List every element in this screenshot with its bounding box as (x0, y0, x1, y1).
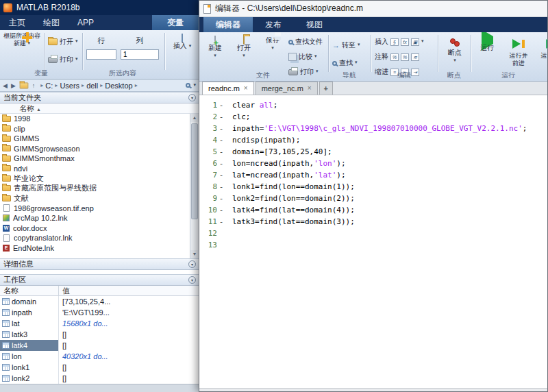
compare-button[interactable]: 比较 (288, 52, 317, 62)
workspace-variable-row[interactable]: latk4[] (0, 340, 199, 351)
code-line[interactable]: 4-ncdisp(inpath); (199, 134, 547, 146)
dropdown-arrow-icon[interactable] (193, 82, 196, 88)
breakpoints-button[interactable]: 断点 (440, 36, 469, 64)
file-item[interactable]: 1986growseason.tif.enp (0, 204, 190, 214)
variable-name-cell[interactable]: inpath (0, 307, 59, 318)
variable-name-cell[interactable]: lat (0, 318, 59, 329)
panel-menu-button[interactable] (188, 94, 196, 101)
matlab-titlebar[interactable]: MATLAB R2018b (0, 0, 199, 15)
tab-view[interactable]: 视图 (294, 17, 335, 32)
file-item[interactable]: EEndNote.lnk (0, 243, 190, 254)
save-button[interactable]: 保存 (260, 36, 286, 51)
file-list-scrollbar[interactable]: ▲ ▼ (190, 114, 199, 258)
variable-name-cell[interactable]: lon (0, 351, 59, 362)
breadcrumb-segment[interactable]: Users (60, 82, 79, 90)
col-input[interactable] (121, 49, 159, 60)
code-line[interactable]: 10-latk4=find(lat==domain(4)); (199, 204, 547, 216)
up-one-level-icon[interactable]: ↑ (32, 82, 36, 89)
scrollbar-thumb[interactable] (191, 123, 198, 219)
tab-variable[interactable]: 变量 (152, 15, 199, 30)
folder-item[interactable]: 文献 (0, 193, 190, 204)
code-line[interactable]: 11-latk3=find(lat==domain(3)); (199, 216, 547, 228)
code-line[interactable]: 2-clc; (199, 111, 547, 123)
file-item[interactable]: Wcolor.docx (0, 223, 190, 234)
folder-item[interactable]: 1998 (0, 114, 190, 124)
workspace-variable-row[interactable]: lonk2[] (0, 373, 199, 384)
scroll-down-icon[interactable]: ▼ (190, 250, 199, 258)
variable-name-cell[interactable]: lonk1 (0, 362, 59, 373)
print-variable-button[interactable]: 打印 (48, 55, 78, 64)
code-line[interactable]: 9-lonk2=find(lon==domain(2)); (199, 193, 547, 204)
insert-function-icon[interactable]: fx (401, 38, 409, 46)
open-file-button[interactable]: 打开 (231, 36, 257, 59)
workspace-variable-row[interactable]: latk3[] (0, 329, 199, 340)
file-item[interactable]: copytranslator.lnk (0, 233, 190, 243)
run-button[interactable]: 运行 (473, 36, 501, 51)
name-column-header[interactable]: 名称 (0, 103, 199, 114)
comment-controls[interactable]: 注释 % % ≋ (375, 52, 419, 62)
folder-item[interactable]: ndvi (0, 164, 190, 174)
new-script-button[interactable]: 新建 (202, 36, 228, 59)
folder-item[interactable]: GIMMSmonthmax (0, 154, 190, 164)
file-item[interactable]: ArcMap 10.2.lnk (0, 213, 190, 223)
row-input[interactable] (86, 49, 116, 60)
editor-titlebar[interactable]: 编辑器 - C:\Users\dell\Desktop\readnc.m (199, 1, 547, 17)
folder-item[interactable]: GIMMSgrowseason (0, 144, 190, 154)
file-tab-readnc[interactable]: readnc.m (202, 82, 254, 95)
insert-section-icon[interactable]: § (390, 38, 399, 46)
forward-icon[interactable]: ▶ (11, 82, 16, 89)
close-tab-icon[interactable] (308, 85, 312, 92)
wrap-comment-icon[interactable]: ≋ (411, 53, 419, 61)
breadcrumb-segment[interactable]: dell (86, 82, 98, 90)
workspace-value-column[interactable]: 值 (59, 286, 199, 295)
code-line[interactable]: 3-inpath='E:\VGT\1998\c_gls_NDVI_1998070… (199, 123, 547, 134)
panel-menu-button[interactable] (188, 276, 196, 284)
workspace-variable-row[interactable]: lat15680x1 do... (0, 318, 199, 329)
new-file-tab-button[interactable]: + (319, 82, 333, 95)
scroll-up-icon[interactable]: ▲ (190, 114, 199, 122)
code-line[interactable]: 6-lon=ncread(inpath,'lon'); (199, 158, 547, 169)
find-files-button[interactable]: 查找文件 (288, 37, 323, 47)
tab-publish[interactable]: 发布 (253, 17, 294, 32)
tab-apps[interactable]: APP (68, 15, 103, 30)
code-line[interactable]: 13 (199, 239, 547, 251)
comment-icon[interactable]: % (390, 53, 399, 61)
browse-folder-icon[interactable] (20, 82, 29, 88)
code-line[interactable]: 7-lat=ncread(inpath,'lat'); (199, 169, 547, 181)
code-line[interactable]: 1-clear all; (199, 99, 547, 111)
folder-item[interactable]: clip (0, 124, 190, 134)
breadcrumb-segment[interactable]: C: (45, 82, 53, 90)
find-button[interactable]: 查找 (332, 58, 358, 68)
new-from-selection-button[interactable]: 根据所选内容 新建 (2, 32, 42, 47)
code-area[interactable]: 1-clear all;2-clc;3-inpath='E:\VGT\1998\… (199, 95, 547, 388)
variable-name-cell[interactable]: latk4 (0, 340, 59, 351)
variable-name-cell[interactable]: domain (0, 296, 59, 307)
workspace-variable-row[interactable]: lon40320x1 do... (0, 351, 199, 362)
back-icon[interactable]: ◀ (3, 82, 8, 89)
folder-item[interactable]: GIMMS (0, 134, 190, 144)
workspace-variable-row[interactable]: inpath'E:\VGT\199... (0, 307, 199, 318)
insert-button[interactable]: 插入 (169, 34, 196, 50)
panel-menu-button[interactable] (188, 260, 196, 268)
workspace-variable-row[interactable]: lonk1[] (0, 362, 199, 373)
close-tab-icon[interactable] (244, 85, 248, 92)
workspace-variable-row[interactable]: domain[73,105,25,4... (0, 296, 199, 307)
run-section-button[interactable]: 运行节 (536, 36, 547, 60)
folder-item[interactable]: 毕业论文 (0, 173, 190, 184)
goto-button[interactable]: → 转至 (332, 40, 360, 50)
insert-menu[interactable]: 插入 § fx ▣ (375, 37, 424, 47)
breadcrumb-segment[interactable]: Desktop (105, 82, 132, 90)
file-tab-merge-nc[interactable]: merge_nc.m (256, 82, 318, 95)
variable-name-cell[interactable]: lonk2 (0, 373, 59, 384)
insert-block-icon[interactable]: ▣ (411, 38, 419, 46)
tab-editor[interactable]: 编辑器 (203, 17, 253, 32)
tab-plots[interactable]: 绘图 (34, 15, 68, 30)
variable-name-cell[interactable]: latk3 (0, 329, 59, 340)
folder-item[interactable]: 青藏高原范围与界线数据 (0, 184, 190, 194)
code-line[interactable]: 8-lonk1=find(lon==domain(1)); (199, 181, 547, 193)
uncomment-icon[interactable]: % (401, 53, 409, 61)
code-line[interactable]: 5-domain=[73,105,25,40]; (199, 146, 547, 158)
tab-home[interactable]: 主页 (0, 15, 34, 30)
workspace-name-column[interactable]: 名称 (0, 286, 59, 295)
search-icon[interactable] (186, 83, 190, 88)
